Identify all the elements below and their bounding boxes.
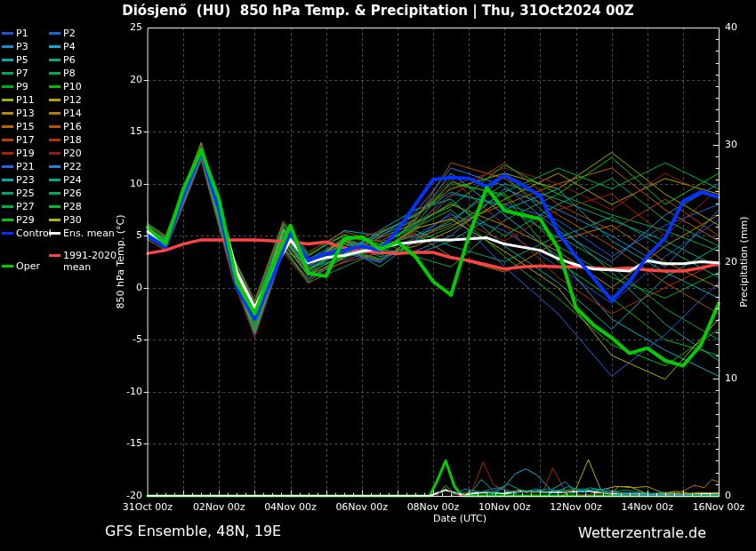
legend-line-swatch — [49, 219, 60, 221]
legend-label: P6 — [63, 54, 76, 66]
legend-item-p17: P17 — [2, 133, 49, 147]
legend-label: P24 — [63, 174, 82, 186]
legend-label: P27 — [16, 201, 35, 212]
legend-item-1991-2020-mean: 1991-2020 mean — [49, 250, 142, 273]
x-axis-title: Date (UTC) — [402, 513, 518, 524]
legend-line-swatch — [2, 205, 13, 208]
legend-label: P30 — [63, 214, 82, 226]
legend-item-p7: P7 — [2, 67, 49, 80]
y-left-tick-label: 10 — [112, 178, 142, 190]
legend-label: P29 — [16, 214, 35, 226]
legend-item-control: Control — [2, 227, 49, 240]
legend-item-oper: Oper — [2, 260, 49, 273]
legend-line-swatch — [2, 139, 13, 141]
legend-line-swatch — [49, 72, 60, 75]
legend-line-swatch — [49, 165, 60, 168]
legend-item-p1: P1 — [2, 27, 49, 40]
legend-label: Ens. mean — [63, 228, 115, 239]
legend-label: P14 — [63, 108, 82, 119]
legend-line-swatch — [2, 112, 13, 115]
legend-item-p12: P12 — [49, 93, 142, 107]
legend-line-swatch — [49, 205, 60, 208]
legend-label: P8 — [63, 68, 76, 79]
y-right-tick-label: 0 — [725, 490, 752, 502]
legend-item-p23: P23 — [2, 173, 49, 187]
legend-item-p19: P19 — [2, 147, 49, 160]
legend-label: Control — [16, 228, 52, 239]
y-left-tick-label: 0 — [112, 282, 142, 294]
legend-label: P28 — [63, 201, 82, 212]
x-tick-label: 04Nov 00z — [260, 501, 322, 514]
legend-line-swatch — [2, 219, 13, 221]
y-right-tick-label: 40 — [725, 21, 752, 34]
legend-line-swatch — [49, 192, 60, 195]
legend-label: Oper — [16, 260, 40, 272]
ensemble-chart-page: Diósjenő (HU) 850 hPa Temp. & Precipitat… — [0, 0, 756, 551]
y-left-tick-label: -15 — [112, 437, 142, 450]
x-tick-label: 12Nov 00z — [545, 501, 607, 514]
legend-line-swatch — [49, 254, 60, 257]
x-tick-label: 14Nov 00z — [616, 501, 679, 514]
legend-item-p4: P4 — [49, 40, 142, 53]
legend-label: P17 — [16, 134, 35, 146]
x-tick-label: 02Nov 00z — [188, 501, 250, 514]
legend-item-p6: P6 — [49, 53, 142, 67]
y-left-tick-label: 5 — [112, 229, 142, 242]
legend-item-p25: P25 — [2, 187, 49, 200]
y-left-axis-title: 850 hPa Temp. (°C) — [115, 200, 126, 324]
legend-line-swatch — [49, 32, 60, 35]
legend-label: P15 — [16, 121, 35, 132]
legend-line-swatch — [2, 85, 13, 88]
legend-label: P19 — [16, 148, 35, 159]
x-tick-label: 08Nov 00z — [402, 501, 464, 514]
model-location-label: GFS Ensemble, 48N, 19E — [105, 523, 281, 539]
legend-line-swatch — [2, 265, 13, 268]
legend-item-p5: P5 — [2, 53, 49, 67]
legend-column: P1P3P5P7P9P11P13P15P17P19P21P23P25P27P29… — [2, 27, 49, 273]
y-right-tick-label: 30 — [725, 139, 752, 151]
legend-label: P13 — [16, 108, 35, 119]
y-left-tick-label: 15 — [112, 125, 142, 138]
legend-line-swatch — [2, 99, 13, 101]
legend-item-p9: P9 — [2, 80, 49, 93]
legend-label: P2 — [63, 28, 76, 39]
legend-label: P10 — [63, 81, 82, 92]
y-left-tick-label: -5 — [112, 333, 142, 346]
y-right-tick-label: 20 — [725, 256, 752, 268]
x-tick-label: 06Nov 00z — [331, 501, 393, 514]
legend-line-swatch — [2, 45, 13, 48]
legend-line-swatch — [49, 85, 60, 88]
legend-item-p28: P28 — [49, 200, 142, 213]
legend-line-swatch — [49, 179, 60, 181]
legend-line-swatch — [49, 232, 60, 235]
legend-label: P21 — [16, 161, 35, 172]
legend-label: P25 — [16, 188, 35, 199]
legend-item-p27: P27 — [2, 200, 49, 213]
legend-line-swatch — [49, 45, 60, 48]
legend-item-p30: P30 — [49, 213, 142, 227]
legend-label: P18 — [63, 134, 82, 146]
x-tick-label: 10Nov 00z — [473, 501, 535, 514]
legend-item-p13: P13 — [2, 107, 49, 120]
legend-line-swatch — [49, 99, 60, 101]
x-tick-label: 31Oct 00z — [117, 501, 179, 514]
legend-label: P23 — [16, 174, 35, 186]
chart-title: Diósjenő (HU) 850 hPa Temp. & Precipitat… — [0, 3, 756, 19]
legend-line-swatch — [2, 192, 13, 195]
legend-item-p15: P15 — [2, 120, 49, 133]
legend-line-swatch — [2, 125, 13, 128]
legend-line-swatch — [49, 139, 60, 141]
legend-line-swatch — [49, 59, 60, 61]
source-watermark: Wetterzentrale.de — [578, 524, 706, 541]
legend-item-p21: P21 — [2, 160, 49, 173]
legend-label: P26 — [63, 188, 82, 199]
legend-item-p11: P11 — [2, 93, 49, 107]
legend-line-swatch — [2, 165, 13, 168]
y-right-tick-label: 10 — [725, 372, 752, 385]
legend-label: P22 — [63, 161, 82, 172]
legend-line-swatch — [2, 179, 13, 181]
legend-line-swatch — [49, 152, 60, 155]
legend-label: 1991-2020 mean — [63, 250, 120, 273]
y-left-tick-label: -10 — [112, 386, 142, 398]
legend-item-p29: P29 — [2, 213, 49, 227]
